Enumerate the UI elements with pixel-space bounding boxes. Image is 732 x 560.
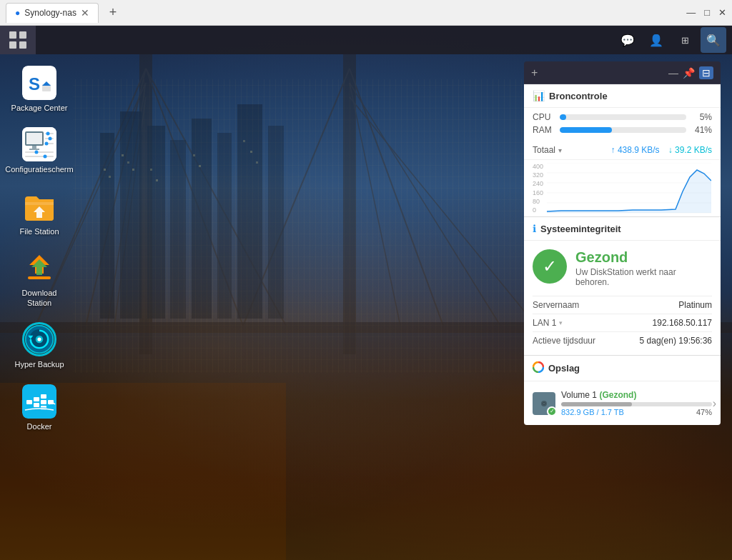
message-icon: 💬	[620, 34, 635, 47]
svg-rect-27	[122, 154, 124, 156]
svg-rect-20	[170, 140, 186, 319]
y-label-320: 320	[533, 171, 543, 179]
apps-menu-button[interactable]	[0, 26, 36, 54]
system-integrity-widget: ℹ Systeemintegriteit ✓ Gezond Uw DiskSta…	[524, 217, 721, 356]
svg-point-55	[44, 155, 47, 159]
search-button[interactable]: 🔍	[701, 27, 726, 53]
desktop-icon-config[interactable]: Configuratiescherm	[6, 123, 74, 179]
total-dropdown-arrow: ▾	[558, 146, 562, 154]
chart-svg-area	[547, 163, 712, 214]
desktop-icon-download-station[interactable]: Download Station	[6, 246, 74, 313]
volume-item: ✓ Volume 1 (Gezond)	[533, 387, 712, 419]
new-tab-button[interactable]: +	[104, 4, 122, 21]
cpu-progress-fill	[560, 114, 566, 120]
tab-close-button[interactable]: ✕	[81, 8, 89, 18]
desktop-icon-docker[interactable]: Docker	[6, 380, 74, 436]
svg-point-84	[543, 403, 545, 404]
desktop-icon-package-center[interactable]: S Package Center	[6, 61, 74, 117]
widget-expand-button[interactable]: ⊟	[699, 66, 713, 79]
download-station-label: Download Station	[10, 288, 69, 309]
svg-rect-35	[250, 151, 252, 153]
y-label-240: 240	[533, 180, 543, 187]
svg-line-11	[350, 83, 400, 326]
taskbar-right: 💬 👤 ⊞ 🔍	[615, 27, 732, 53]
svg-rect-24	[268, 126, 284, 319]
user-button[interactable]: 👤	[643, 27, 669, 53]
storage-scroll-area: ✓ Volume 1 (Gezond)	[533, 387, 712, 419]
user-icon: 👤	[649, 34, 663, 47]
scroll-right-arrow[interactable]: ›	[713, 397, 716, 410]
y-label-0: 0	[533, 206, 543, 214]
docker-label: Docker	[27, 421, 52, 431]
apps-grid-icon	[9, 31, 26, 49]
svg-point-49	[49, 137, 52, 141]
desktop-sidebar: S Package Center	[0, 54, 79, 560]
svg-rect-54	[25, 156, 54, 157]
storage-icon	[533, 361, 544, 375]
widget-header-bar: + — 📌 ⊟	[524, 61, 721, 84]
volume-percent: 47%	[696, 408, 712, 416]
volume-icon-wrap: ✓	[533, 392, 555, 415]
integrity-status: Gezond	[575, 249, 712, 266]
svg-rect-25	[104, 169, 106, 171]
minimize-button[interactable]: —	[686, 7, 696, 18]
svg-point-64	[37, 338, 41, 341]
cpu-percent: 5%	[692, 112, 712, 122]
svg-rect-19	[147, 126, 165, 319]
integrity-description: Uw DiskStation werkt naar behoren.	[575, 267, 712, 287]
widget-minimize-button[interactable]: —	[668, 66, 678, 79]
y-label-80: 80	[533, 198, 543, 205]
config-label: Configuratiescherm	[5, 164, 73, 174]
integrity-title-bar: ℹ Systeemintegriteit	[524, 217, 721, 241]
package-center-icon: S	[22, 66, 56, 100]
server-name-label: Servernaam	[533, 300, 618, 310]
resource-title: Broncontrole	[549, 91, 608, 101]
close-button[interactable]: ✕	[718, 7, 726, 18]
integrity-title: Systeemintegriteit	[540, 224, 621, 234]
add-widget-button[interactable]: +	[531, 66, 538, 79]
svg-rect-28	[127, 161, 129, 164]
resource-chart: 400 320 240 160 80 0	[524, 159, 721, 216]
svg-rect-45	[29, 149, 39, 150]
ram-label: RAM	[533, 125, 554, 135]
browser-tab[interactable]: ● Synology-nas ✕	[6, 3, 99, 23]
resource-title-bar: 📊 Broncontrole	[524, 84, 721, 108]
download-stat: ↓ 39.2 KB/s	[668, 145, 712, 155]
desktop-icon-file-station[interactable]: File Station	[6, 185, 74, 241]
message-button[interactable]: 💬	[615, 27, 640, 53]
maximize-button[interactable]: □	[704, 7, 710, 18]
window-controls: — □ ✕	[686, 7, 726, 18]
file-station-icon	[22, 189, 56, 224]
svg-rect-67	[34, 397, 39, 401]
svg-rect-23	[237, 104, 262, 319]
svg-rect-1	[343, 54, 356, 354]
search-icon: 🔍	[706, 34, 721, 47]
volume-name-text: Volume 1	[561, 390, 597, 400]
storage-widget: Opslag	[524, 356, 721, 425]
upload-stat: ↑ 438.9 KB/s	[611, 145, 660, 155]
lan-value: 192.168.50.117	[653, 318, 712, 328]
lan-dropdown-arrow[interactable]: ▾	[559, 319, 563, 326]
widget-pin-button[interactable]: 📌	[683, 66, 695, 79]
check-mark-icon: ✓	[543, 256, 557, 276]
package-center-label: Package Center	[11, 103, 68, 113]
widget-header-actions: — 📌 ⊟	[668, 66, 713, 79]
server-name-row: Servernaam Platinum	[533, 296, 712, 314]
ram-progress-fill	[560, 127, 612, 133]
resource-icon: 📊	[533, 90, 545, 101]
ram-percent: 41%	[692, 125, 712, 135]
taskbar: 💬 👤 ⊞ 🔍	[0, 26, 732, 54]
svg-rect-36	[256, 161, 258, 164]
desktop-icon-hyper-backup[interactable]: Hyper Backup	[6, 318, 74, 374]
lan-row: LAN 1 ▾ 192.168.50.117	[533, 314, 712, 331]
svg-rect-30	[150, 169, 152, 171]
widgets-button[interactable]: ⊞	[672, 27, 698, 53]
widgets-icon: ⊞	[681, 35, 689, 46]
volume-size-row: 832.9 GB / 1.7 TB 47%	[561, 408, 712, 416]
nas-window: 💬 👤 ⊞ 🔍 S	[0, 26, 732, 560]
uptime-row: Actieve tijdsduur 5 dag(en) 19:56:36	[533, 331, 712, 349]
chart-y-labels: 400 320 240 160 80 0	[533, 163, 543, 214]
svg-line-13	[350, 97, 536, 326]
config-icon	[22, 127, 56, 161]
svg-text:S: S	[29, 74, 40, 94]
